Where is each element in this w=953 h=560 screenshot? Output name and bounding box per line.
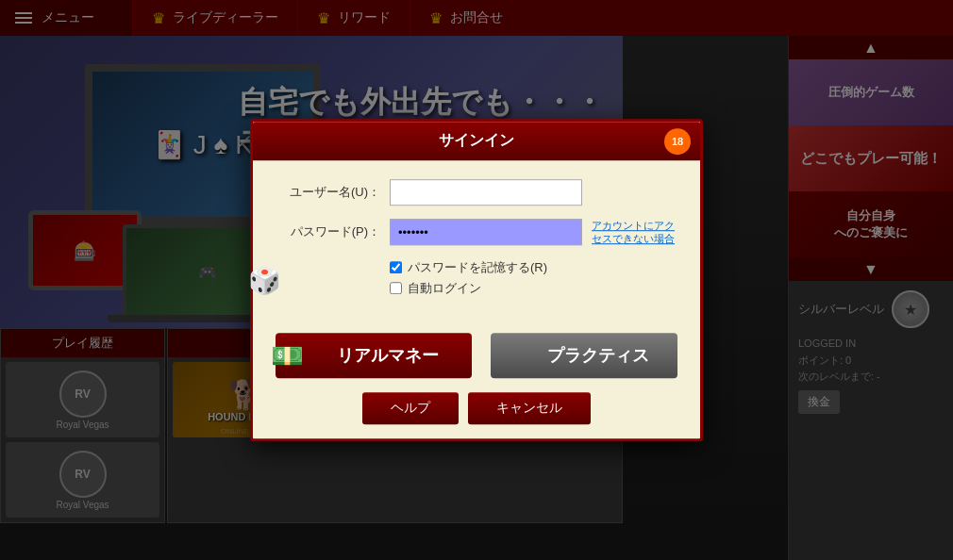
autologin-label: 自動ログイン	[408, 280, 481, 297]
practice-label: プラクティス	[547, 344, 649, 367]
real-money-label: リアルマネー	[337, 344, 439, 367]
practice-button[interactable]: 🎲 プラクティス	[491, 333, 677, 378]
dialog-title: サインイン	[439, 132, 514, 148]
username-row: ユーザー名(U)：	[276, 179, 677, 206]
autologin-checkbox[interactable]	[390, 282, 402, 294]
help-button[interactable]: ヘルプ	[362, 392, 459, 424]
dialog-header: サインイン 18	[253, 122, 700, 160]
username-input[interactable]	[390, 179, 582, 206]
username-label: ユーザー名(U)：	[276, 184, 380, 201]
password-row: パスワード(P)： アカウントにアクセスできない場合	[276, 219, 677, 246]
signin-dialog: サインイン 18 ユーザー名(U)： パスワード(P)： アカウントにアクセスで…	[250, 119, 703, 441]
chips-icon: 🎲	[248, 265, 281, 296]
money-icon: 💵	[271, 339, 304, 371]
age-badge: 18	[664, 128, 691, 155]
dialog-footer: ヘルプ キャンセル	[253, 392, 700, 438]
autologin-checkbox-row: 自動ログイン	[390, 280, 677, 297]
cancel-button[interactable]: キャンセル	[468, 392, 591, 424]
real-money-button[interactable]: 💵 リアルマネー	[276, 333, 472, 378]
password-input[interactable]	[390, 220, 582, 246]
forgot-password-link[interactable]: アカウントにアクセスできない場合	[592, 219, 677, 246]
remember-password-row: パスワードを記憶する(R) 自動ログイン	[390, 259, 677, 297]
dialog-body: ユーザー名(U)： パスワード(P)： アカウントにアクセスできない場合 パスワ…	[253, 160, 700, 323]
remember-label: パスワードを記憶する(R)	[408, 259, 547, 276]
remember-checkbox-row: パスワードを記憶する(R)	[390, 259, 677, 276]
action-buttons: 💵 リアルマネー 🎲 プラクティス	[253, 323, 700, 392]
password-label: パスワード(P)：	[276, 224, 380, 241]
remember-checkbox[interactable]	[390, 261, 402, 273]
